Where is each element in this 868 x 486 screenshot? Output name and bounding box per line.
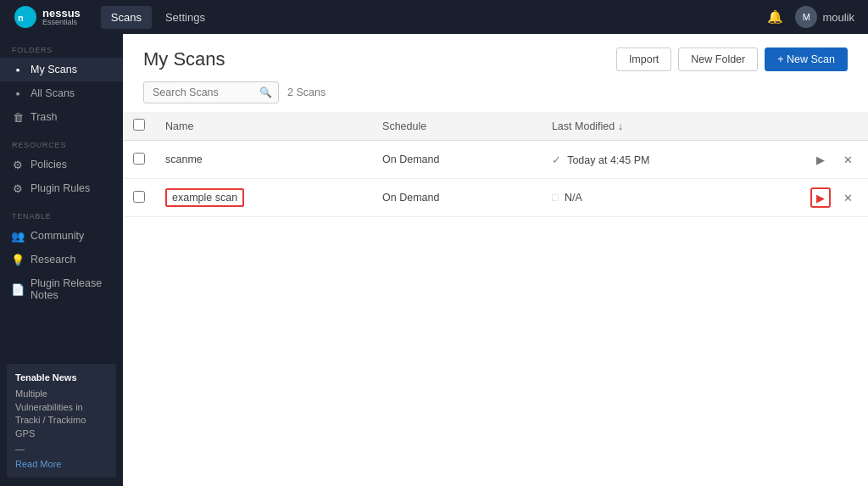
row1-checkbox[interactable]: [133, 153, 145, 165]
user-info[interactable]: M moulik: [795, 6, 854, 28]
resources-label: RESOURCES: [0, 129, 123, 153]
plugin-release-icon: 📄: [12, 283, 24, 295]
folders-label: FOLDERS: [0, 34, 123, 58]
tenable-label: TENABLE: [0, 200, 123, 224]
app-subtitle: Essentials: [42, 19, 81, 26]
select-all-header: [123, 112, 155, 141]
row2-checkbox-cell: [123, 179, 155, 217]
read-more-link[interactable]: Read More: [15, 459, 108, 469]
search-bar: 🔍 2 Scans: [123, 81, 868, 112]
svg-text:n: n: [18, 13, 24, 23]
sidebar-item-community[interactable]: 👥 Community: [0, 224, 123, 248]
search-input-wrap: 🔍: [143, 81, 279, 103]
sidebar-policies-label: Policies: [31, 159, 67, 170]
sidebar-my-scans-label: My Scans: [31, 64, 77, 75]
col-schedule[interactable]: Schedule: [372, 112, 542, 141]
col-name[interactable]: Name: [155, 112, 372, 141]
all-scans-icon: ▪: [12, 87, 24, 99]
search-input[interactable]: [143, 81, 279, 103]
sidebar-item-plugin-rules[interactable]: ⚙ Plugin Rules: [0, 176, 123, 200]
plugin-rules-icon: ⚙: [12, 182, 24, 194]
policies-icon: ⚙: [12, 159, 24, 170]
tenable-news-body: Multiple Vulnerabilities in Tracki / Tra…: [15, 388, 108, 440]
tenable-news-title: Tenable News: [15, 372, 108, 383]
search-icon: 🔍: [259, 87, 272, 98]
row2-schedule: On Demand: [372, 179, 542, 217]
row2-close-button[interactable]: ✕: [837, 187, 858, 208]
content-header: My Scans Import New Folder + New Scan: [123, 34, 868, 81]
row1-check-icon: ✓: [552, 154, 561, 166]
row1-play-button[interactable]: ▶: [810, 149, 831, 170]
row2-action-btns: ▶ ✕: [810, 187, 858, 208]
sidebar-item-policies[interactable]: ⚙ Policies: [0, 153, 123, 176]
sidebar-community-label: Community: [31, 230, 84, 242]
main-layout: FOLDERS ▪ My Scans ▪ All Scans 🗑 Trash R…: [0, 34, 868, 486]
community-icon: 👥: [12, 230, 24, 242]
research-icon: 💡: [12, 254, 24, 265]
sidebar-item-my-scans[interactable]: ▪ My Scans: [0, 58, 123, 81]
row2-checkbox[interactable]: [133, 191, 145, 203]
table-row: example scan On Demand □ N/A ▶ ✕: [123, 179, 868, 217]
row2-actions: ▶ ✕: [800, 179, 868, 217]
row1-actions: ▶ ✕: [800, 141, 868, 179]
my-scans-icon: ▪: [12, 64, 24, 75]
table-container: Name Schedule Last Modified ↓: [123, 112, 868, 486]
nav-scans[interactable]: Scans: [101, 6, 152, 29]
logo-area: n nessus Essentials: [14, 5, 81, 29]
trash-icon: 🗑: [12, 111, 24, 123]
user-avatar: M: [795, 6, 817, 28]
row2-name-highlight: example scan: [165, 188, 244, 207]
row1-checkbox-cell: [123, 141, 155, 179]
table-row: scanme On Demand ✓ Today at 4:45 PM ▶ ✕: [123, 141, 868, 179]
sidebar-item-research[interactable]: 💡 Research: [0, 248, 123, 271]
sidebar-trash-label: Trash: [31, 111, 58, 123]
nav-right: 🔔 M moulik: [767, 6, 854, 28]
scan-count: 2 Scans: [287, 87, 326, 98]
col-last-modified[interactable]: Last Modified ↓: [542, 112, 800, 141]
table-header-row: Name Schedule Last Modified ↓: [123, 112, 868, 141]
sidebar-research-label: Research: [31, 254, 76, 265]
row1-name: scanme: [155, 141, 372, 179]
row1-close-button[interactable]: ✕: [837, 149, 858, 170]
nessus-logo: n: [14, 5, 37, 29]
topnav: n nessus Essentials Scans Settings 🔔 M m…: [0, 0, 868, 34]
bell-icon[interactable]: 🔔: [767, 9, 783, 25]
tenable-news-dots: —: [15, 444, 108, 454]
sidebar-item-trash[interactable]: 🗑 Trash: [0, 105, 123, 129]
user-name: moulik: [822, 11, 854, 24]
sidebar-all-scans-label: All Scans: [31, 87, 75, 99]
sidebar-plugin-rules-label: Plugin Rules: [31, 182, 90, 194]
nav-links: Scans Settings: [101, 6, 768, 29]
page-title: My Scans: [143, 48, 225, 70]
content-area: My Scans Import New Folder + New Scan 🔍 …: [123, 34, 868, 486]
sidebar: FOLDERS ▪ My Scans ▪ All Scans 🗑 Trash R…: [0, 34, 123, 486]
row2-check-icon: □: [552, 192, 559, 204]
row2-last-modified: □ N/A: [542, 179, 800, 217]
row1-last-modified: ✓ Today at 4:45 PM: [542, 141, 800, 179]
sidebar-plugin-release-label: Plugin Release Notes: [31, 277, 111, 301]
select-all-checkbox[interactable]: [133, 119, 145, 131]
scans-table: Name Schedule Last Modified ↓: [123, 112, 868, 217]
nav-settings[interactable]: Settings: [155, 6, 215, 29]
row2-play-button[interactable]: ▶: [810, 187, 831, 208]
import-button[interactable]: Import: [616, 47, 671, 71]
tenable-news-box: Tenable News Multiple Vulnerabilities in…: [7, 364, 116, 478]
new-scan-button[interactable]: + New Scan: [765, 47, 848, 71]
row1-schedule: On Demand: [372, 141, 542, 179]
row1-action-btns: ▶ ✕: [810, 149, 858, 170]
row2-name: example scan: [155, 179, 372, 217]
header-actions: Import New Folder + New Scan: [616, 47, 848, 71]
new-folder-button[interactable]: New Folder: [678, 47, 758, 71]
sidebar-item-plugin-release[interactable]: 📄 Plugin Release Notes: [0, 271, 123, 307]
sidebar-item-all-scans[interactable]: ▪ All Scans: [0, 81, 123, 105]
